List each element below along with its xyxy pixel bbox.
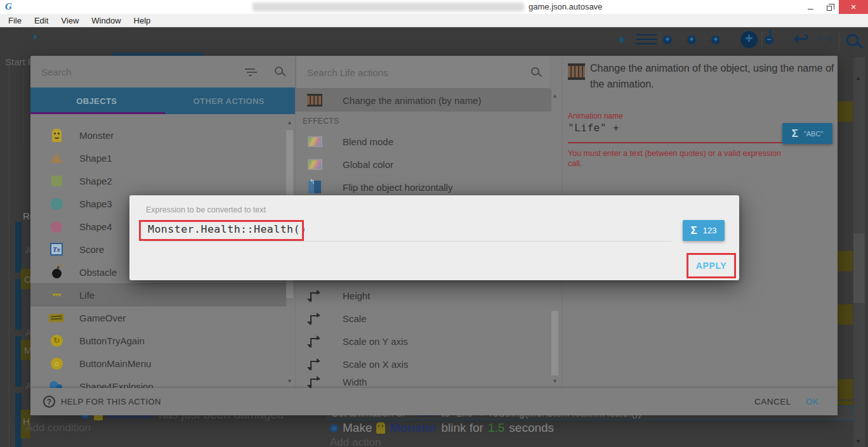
circle-icon: [46, 198, 67, 210]
action-item-global-color[interactable]: Global color: [295, 153, 551, 176]
help-icon[interactable]: [43, 396, 55, 408]
search-events-icon[interactable]: [846, 33, 859, 50]
scroll-down-icon[interactable]: [552, 378, 558, 384]
action-text: blink for: [441, 421, 483, 435]
cancel-button[interactable]: CANCEL: [754, 397, 791, 406]
animation-name-field[interactable]: "Life" +: [568, 122, 619, 134]
titlebar: game.json.autosave: [0, 0, 868, 14]
menu-view[interactable]: View: [58, 16, 82, 25]
action-label: Blend mode: [343, 136, 393, 147]
dialog-footer: HELP FOR THIS ACTION CANCEL OK: [30, 388, 838, 415]
action-item-scale-y[interactable]: Scale on Y axis: [295, 330, 551, 353]
gradient-icon: [307, 159, 322, 170]
text-object-icon: [46, 243, 67, 256]
object-label: ButtonTryAgain: [79, 335, 145, 346]
object-label: Obstacle: [79, 267, 117, 278]
sigma-icon: Σ: [792, 127, 798, 140]
search-icon[interactable]: [275, 67, 283, 75]
help-link[interactable]: HELP FOR THIS ACTION: [61, 397, 161, 406]
list-item-monster[interactable]: Monster: [30, 124, 286, 146]
triangle-icon: [46, 153, 67, 163]
resize-icon: [307, 335, 322, 347]
action-description: Change the animation of the object, usin…: [590, 60, 843, 92]
scroll-up-icon[interactable]: [287, 119, 293, 126]
tab-other-actions[interactable]: OTHER ACTIONS: [163, 87, 296, 114]
action-item-width[interactable]: Width: [295, 375, 551, 388]
square-icon: [46, 176, 67, 186]
scrollbar-thumb[interactable]: [853, 233, 865, 303]
action-item-scale[interactable]: Scale: [295, 307, 551, 330]
gear-icon: [330, 424, 338, 432]
add-action-link[interactable]: Add action: [330, 436, 381, 447]
action-label: Scale: [343, 313, 367, 324]
restore-button[interactable]: [820, 0, 839, 14]
scroll-up-icon[interactable]: [855, 75, 861, 81]
list-item-life-selected[interactable]: Life: [30, 283, 286, 306]
action-item-blend-mode[interactable]: Blend mode: [295, 130, 551, 153]
menu-file[interactable]: File: [5, 16, 25, 25]
tab-objects[interactable]: OBJECTS: [30, 87, 163, 114]
minimize-button[interactable]: [801, 0, 820, 14]
expression-input[interactable]: Monster.Health::Health(): [148, 223, 306, 235]
bomb-icon: [46, 266, 67, 278]
add-condition-link[interactable]: Add condition: [25, 422, 91, 434]
scrollbar-thumb[interactable]: [551, 311, 558, 375]
list-item-gameover[interactable]: GameOver: [30, 306, 286, 329]
action-label: Width: [343, 377, 367, 387]
object-label: Score: [79, 244, 104, 255]
minimize-icon: [808, 9, 813, 10]
scroll-down-icon[interactable]: [287, 378, 293, 384]
list-item-shape1[interactable]: Shape1: [30, 146, 286, 169]
close-button[interactable]: [839, 0, 868, 14]
number-expression-button[interactable]: Σ 123: [683, 220, 725, 241]
gradient-icon: [307, 136, 322, 147]
apply-button[interactable]: APPLY: [688, 255, 734, 276]
resize-icon: [307, 313, 322, 325]
text-expression-button[interactable]: Σ "ABC": [782, 123, 832, 144]
retry-button-icon: [46, 335, 67, 347]
validation-error: You must enter a text (between quotes) o…: [568, 148, 795, 169]
action-label: Scale on X axis: [343, 359, 408, 370]
animation-name-label: Animation name: [568, 112, 623, 120]
action-label: Flip the object horizontally: [343, 182, 452, 193]
action-text: Make: [343, 421, 372, 435]
list-item-buttonmainmenu[interactable]: ButtonMainMenu: [30, 352, 286, 375]
window-title: game.json.autosave: [529, 2, 602, 11]
sigma-icon: Σ: [691, 224, 697, 237]
scroll-down-icon[interactable]: [855, 438, 861, 444]
object-label: Monster: [79, 130, 114, 141]
list-item-shape2[interactable]: Shape2: [30, 169, 286, 192]
ok-button[interactable]: OK: [806, 397, 819, 406]
list-item-buttontryagain[interactable]: ButtonTryAgain: [30, 329, 286, 352]
expression-button-label: 123: [703, 226, 717, 235]
event-header-fragment: [838, 379, 853, 399]
menu-edit[interactable]: Edit: [31, 16, 51, 25]
remove-event-icon[interactable]: [769, 30, 772, 43]
list-item-shape4explosion[interactable]: Shape4Explosion: [30, 375, 286, 388]
undo-icon[interactable]: [793, 31, 809, 48]
gameover-banner-icon: [46, 314, 67, 322]
object-label: Shape3: [79, 198, 112, 209]
event-header-fragment: [838, 401, 853, 405]
object-search-input[interactable]: [41, 56, 232, 87]
toolbar-divider: [761, 32, 762, 49]
scroll-up-icon[interactable]: [552, 93, 558, 99]
action-search-input[interactable]: [307, 56, 510, 88]
redo-icon[interactable]: [817, 31, 833, 48]
menu-help[interactable]: Help: [131, 16, 154, 25]
add-new-event-icon[interactable]: [740, 31, 758, 48]
restore-icon: [827, 6, 832, 11]
filter-icon[interactable]: [245, 68, 255, 75]
home-button-icon: [46, 358, 67, 370]
field-underline: [145, 241, 671, 242]
action-item-scale-x[interactable]: Scale on X axis: [295, 353, 551, 375]
search-icon[interactable]: [531, 67, 539, 75]
menubar: File Edit View Window Help: [0, 14, 868, 27]
action-item-selected[interactable]: Change the animation (by name): [295, 89, 551, 112]
action-item-height[interactable]: Height: [295, 284, 551, 307]
menu-window[interactable]: Window: [88, 16, 124, 25]
event-indent-line: [23, 68, 23, 145]
event-action-row[interactable]: Make Monster blink for 1.5 seconds: [330, 421, 554, 435]
expression-field-label: Expression to be converted to text: [146, 205, 266, 214]
gdevelop-window: game.json.autosave File Edit View Window…: [0, 0, 868, 447]
